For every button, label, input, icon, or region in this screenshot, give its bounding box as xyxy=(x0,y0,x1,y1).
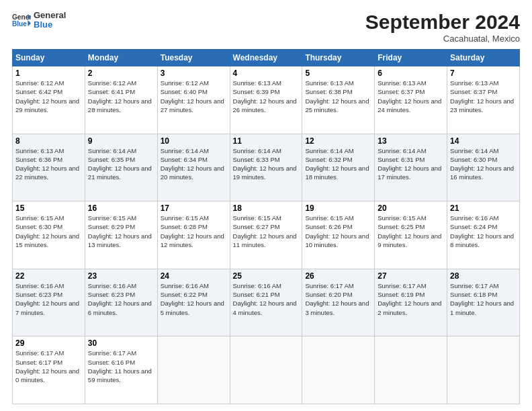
sunrise-label: Sunrise: 6:13 AM xyxy=(305,79,353,87)
daylight-label: Daylight: 12 hours and 5 minutes. xyxy=(161,300,224,316)
calendar-header-saturday: Saturday xyxy=(447,50,520,66)
day-info: Sunrise: 6:15 AM Sunset: 6:27 PM Dayligh… xyxy=(233,214,300,249)
sunset-label: Sunset: 6:37 PM xyxy=(378,88,425,95)
calendar-week-5: 29 Sunrise: 6:17 AM Sunset: 6:17 PM Dayl… xyxy=(13,336,520,404)
calendar-cell: 10 Sunrise: 6:14 AM Sunset: 6:34 PM Dayl… xyxy=(157,134,230,201)
sunset-label: Sunset: 6:30 PM xyxy=(450,156,497,163)
sunrise-label: Sunrise: 6:16 AM xyxy=(233,282,281,289)
day-number: 18 xyxy=(233,203,300,213)
sunset-label: Sunset: 6:30 PM xyxy=(15,223,62,230)
calendar-cell: 22 Sunrise: 6:16 AM Sunset: 6:23 PM Dayl… xyxy=(13,269,85,336)
day-info: Sunrise: 6:12 AM Sunset: 6:41 PM Dayligh… xyxy=(88,79,154,114)
sunrise-label: Sunrise: 6:16 AM xyxy=(161,282,209,289)
sunrise-label: Sunrise: 6:16 AM xyxy=(88,282,136,289)
logo: General Blue General Blue xyxy=(12,11,66,30)
day-info: Sunrise: 6:14 AM Sunset: 6:35 PM Dayligh… xyxy=(88,146,154,182)
daylight-label: Daylight: 12 hours and 22 minutes. xyxy=(15,165,79,181)
day-info: Sunrise: 6:14 AM Sunset: 6:30 PM Dayligh… xyxy=(450,146,517,182)
day-number: 19 xyxy=(305,203,371,213)
daylight-label: Daylight: 12 hours and 20 minutes. xyxy=(161,165,224,181)
daylight-label: Daylight: 12 hours and 8 minutes. xyxy=(450,232,514,248)
sunset-label: Sunset: 6:20 PM xyxy=(305,291,352,298)
sunset-label: Sunset: 6:35 PM xyxy=(88,156,135,163)
calendar-header-row: SundayMondayTuesdayWednesdayThursdayFrid… xyxy=(13,50,520,66)
day-number: 5 xyxy=(305,68,371,78)
calendar-week-1: 1 Sunrise: 6:12 AM Sunset: 6:42 PM Dayli… xyxy=(13,66,520,134)
sunset-label: Sunset: 6:41 PM xyxy=(88,88,135,95)
logo-text-general: General xyxy=(34,11,66,20)
sunset-label: Sunset: 6:42 PM xyxy=(15,88,62,95)
sunrise-label: Sunrise: 6:17 AM xyxy=(88,349,136,357)
sunset-label: Sunset: 6:17 PM xyxy=(15,359,62,366)
sunrise-label: Sunrise: 6:13 AM xyxy=(233,79,281,87)
day-number: 30 xyxy=(88,338,154,348)
day-number: 3 xyxy=(161,68,227,78)
sunset-label: Sunset: 6:39 PM xyxy=(233,88,280,95)
calendar-cell: 23 Sunrise: 6:16 AM Sunset: 6:23 PM Dayl… xyxy=(85,269,157,336)
daylight-label: Daylight: 12 hours and 3 minutes. xyxy=(305,300,369,316)
day-number: 17 xyxy=(161,203,227,213)
daylight-label: Daylight: 12 hours and 11 minutes. xyxy=(233,232,297,248)
daylight-label: Daylight: 12 hours and 25 minutes. xyxy=(305,97,369,113)
sunset-label: Sunset: 6:29 PM xyxy=(88,223,135,230)
sunrise-label: Sunrise: 6:14 AM xyxy=(233,147,281,154)
sunset-label: Sunset: 6:33 PM xyxy=(233,156,280,163)
calendar-cell: 11 Sunrise: 6:14 AM Sunset: 6:33 PM Dayl… xyxy=(230,134,302,201)
sunrise-label: Sunrise: 6:12 AM xyxy=(161,79,209,87)
day-info: Sunrise: 6:13 AM Sunset: 6:39 PM Dayligh… xyxy=(233,79,300,114)
day-info: Sunrise: 6:12 AM Sunset: 6:42 PM Dayligh… xyxy=(15,79,82,114)
sunrise-label: Sunrise: 6:14 AM xyxy=(305,147,353,154)
sunset-label: Sunset: 6:28 PM xyxy=(161,223,208,230)
calendar-cell xyxy=(447,336,520,404)
calendar-header-wednesday: Wednesday xyxy=(230,50,302,66)
day-number: 9 xyxy=(88,136,154,146)
calendar-cell: 3 Sunrise: 6:12 AM Sunset: 6:40 PM Dayli… xyxy=(157,66,230,134)
day-info: Sunrise: 6:16 AM Sunset: 6:21 PM Dayligh… xyxy=(233,281,300,317)
daylight-label: Daylight: 12 hours and 23 minutes. xyxy=(450,97,514,113)
logo-text-blue: Blue xyxy=(34,20,66,30)
day-info: Sunrise: 6:17 AM Sunset: 6:20 PM Dayligh… xyxy=(305,281,371,317)
sunrise-label: Sunrise: 6:15 AM xyxy=(88,214,136,222)
calendar-cell: 14 Sunrise: 6:14 AM Sunset: 6:30 PM Dayl… xyxy=(447,134,520,201)
calendar-cell: 30 Sunrise: 6:17 AM Sunset: 6:16 PM Dayl… xyxy=(85,336,157,404)
month-title: September 2024 xyxy=(365,11,520,34)
day-info: Sunrise: 6:16 AM Sunset: 6:23 PM Dayligh… xyxy=(88,281,154,317)
day-info: Sunrise: 6:14 AM Sunset: 6:32 PM Dayligh… xyxy=(305,146,371,182)
daylight-label: Daylight: 12 hours and 15 minutes. xyxy=(15,232,79,248)
day-number: 28 xyxy=(450,271,517,281)
daylight-label: Daylight: 12 hours and 1 minute. xyxy=(450,300,514,316)
calendar-cell: 13 Sunrise: 6:14 AM Sunset: 6:31 PM Dayl… xyxy=(375,134,447,201)
calendar-cell: 1 Sunrise: 6:12 AM Sunset: 6:42 PM Dayli… xyxy=(13,66,85,134)
daylight-label: Daylight: 12 hours and 21 minutes. xyxy=(88,165,152,181)
calendar-cell: 20 Sunrise: 6:15 AM Sunset: 6:25 PM Dayl… xyxy=(375,201,447,269)
day-info: Sunrise: 6:13 AM Sunset: 6:37 PM Dayligh… xyxy=(378,79,444,114)
daylight-label: Daylight: 12 hours and 18 minutes. xyxy=(305,165,369,181)
day-number: 13 xyxy=(378,136,444,146)
day-number: 24 xyxy=(161,271,227,281)
calendar-cell: 21 Sunrise: 6:16 AM Sunset: 6:24 PM Dayl… xyxy=(447,201,520,269)
calendar-header-monday: Monday xyxy=(85,50,157,66)
day-number: 27 xyxy=(378,271,444,281)
day-number: 22 xyxy=(15,271,82,281)
day-info: Sunrise: 6:17 AM Sunset: 6:17 PM Dayligh… xyxy=(15,349,82,384)
day-info: Sunrise: 6:13 AM Sunset: 6:36 PM Dayligh… xyxy=(15,146,82,182)
calendar: SundayMondayTuesdayWednesdayThursdayFrid… xyxy=(12,49,520,404)
sunrise-label: Sunrise: 6:13 AM xyxy=(450,79,498,87)
sunset-label: Sunset: 6:38 PM xyxy=(305,88,352,95)
calendar-cell: 17 Sunrise: 6:15 AM Sunset: 6:28 PM Dayl… xyxy=(157,201,230,269)
title-block: September 2024 Cacahuatal, Mexico xyxy=(365,11,520,44)
day-number: 23 xyxy=(88,271,154,281)
day-number: 26 xyxy=(305,271,371,281)
calendar-header-thursday: Thursday xyxy=(302,50,375,66)
day-info: Sunrise: 6:17 AM Sunset: 6:19 PM Dayligh… xyxy=(378,281,444,317)
calendar-header-sunday: Sunday xyxy=(13,50,85,66)
calendar-cell: 6 Sunrise: 6:13 AM Sunset: 6:37 PM Dayli… xyxy=(375,66,447,134)
day-info: Sunrise: 6:14 AM Sunset: 6:31 PM Dayligh… xyxy=(378,146,444,182)
location: Cacahuatal, Mexico xyxy=(365,34,520,44)
sunrise-label: Sunrise: 6:12 AM xyxy=(88,79,136,87)
day-number: 4 xyxy=(233,68,300,78)
calendar-cell: 7 Sunrise: 6:13 AM Sunset: 6:37 PM Dayli… xyxy=(447,66,520,134)
day-number: 11 xyxy=(233,136,300,146)
day-info: Sunrise: 6:15 AM Sunset: 6:26 PM Dayligh… xyxy=(305,214,371,249)
calendar-cell: 12 Sunrise: 6:14 AM Sunset: 6:32 PM Dayl… xyxy=(302,134,375,201)
